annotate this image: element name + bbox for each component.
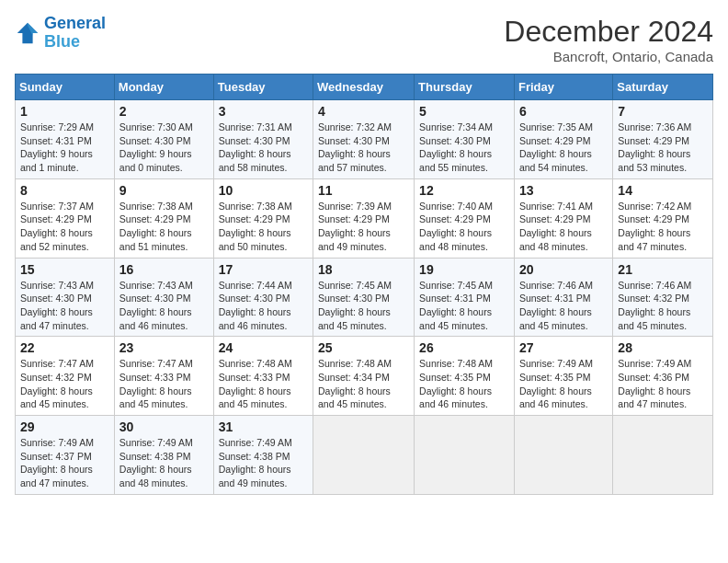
day-number: 19 — [419, 262, 509, 277]
weekday-header-cell: Tuesday — [213, 75, 313, 100]
day-number: 17 — [219, 262, 308, 277]
day-info: Sunrise: 7:46 AM Sunset: 4:32 PM Dayligh… — [618, 279, 708, 333]
day-number: 28 — [618, 340, 708, 355]
weekday-header-cell: Wednesday — [313, 75, 415, 100]
weekday-header-cell: Friday — [514, 75, 612, 100]
day-number: 30 — [119, 419, 209, 434]
weekday-header-cell: Sunday — [16, 75, 115, 100]
calendar-cell: 3Sunrise: 7:31 AM Sunset: 4:30 PM Daylig… — [213, 100, 313, 179]
title-block: December 2024 Bancroft, Ontario, Canada — [504, 15, 713, 64]
day-info: Sunrise: 7:49 AM Sunset: 4:35 PM Dayligh… — [519, 357, 608, 411]
day-number: 21 — [618, 262, 708, 277]
calendar-cell: 9Sunrise: 7:38 AM Sunset: 4:29 PM Daylig… — [114, 178, 213, 258]
calendar-cell: 23Sunrise: 7:47 AM Sunset: 4:33 PM Dayli… — [114, 337, 213, 416]
calendar-cell: 5Sunrise: 7:34 AM Sunset: 4:30 PM Daylig… — [415, 100, 515, 179]
calendar-cell: 14Sunrise: 7:42 AM Sunset: 4:29 PM Dayli… — [613, 178, 713, 258]
day-info: Sunrise: 7:36 AM Sunset: 4:29 PM Dayligh… — [618, 121, 708, 175]
day-info: Sunrise: 7:47 AM Sunset: 4:33 PM Dayligh… — [119, 357, 209, 411]
calendar-cell: 4Sunrise: 7:32 AM Sunset: 4:30 PM Daylig… — [313, 100, 415, 179]
weekday-header-row: SundayMondayTuesdayWednesdayThursdayFrid… — [16, 75, 713, 100]
calendar-cell — [415, 416, 515, 495]
calendar-cell: 13Sunrise: 7:41 AM Sunset: 4:29 PM Dayli… — [514, 178, 612, 258]
calendar-cell: 28Sunrise: 7:49 AM Sunset: 4:36 PM Dayli… — [613, 337, 713, 416]
day-number: 20 — [519, 262, 608, 277]
day-number: 13 — [519, 183, 608, 198]
day-info: Sunrise: 7:34 AM Sunset: 4:30 PM Dayligh… — [419, 121, 509, 175]
calendar-cell: 21Sunrise: 7:46 AM Sunset: 4:32 PM Dayli… — [613, 258, 713, 337]
day-info: Sunrise: 7:43 AM Sunset: 4:30 PM Dayligh… — [20, 279, 109, 333]
day-info: Sunrise: 7:45 AM Sunset: 4:30 PM Dayligh… — [318, 279, 409, 333]
day-number: 7 — [618, 104, 708, 119]
calendar-cell: 17Sunrise: 7:44 AM Sunset: 4:30 PM Dayli… — [213, 258, 313, 337]
logo-line1: General — [44, 14, 106, 32]
day-info: Sunrise: 7:41 AM Sunset: 4:29 PM Dayligh… — [519, 200, 608, 254]
day-number: 6 — [519, 104, 608, 119]
day-number: 2 — [119, 104, 209, 119]
day-info: Sunrise: 7:44 AM Sunset: 4:30 PM Dayligh… — [219, 279, 308, 333]
calendar-cell: 16Sunrise: 7:43 AM Sunset: 4:30 PM Dayli… — [114, 258, 213, 337]
calendar-cell: 7Sunrise: 7:36 AM Sunset: 4:29 PM Daylig… — [613, 100, 713, 179]
day-number: 5 — [419, 104, 509, 119]
calendar-cell: 30Sunrise: 7:49 AM Sunset: 4:38 PM Dayli… — [114, 416, 213, 495]
day-info: Sunrise: 7:48 AM Sunset: 4:34 PM Dayligh… — [318, 357, 409, 411]
day-number: 18 — [318, 262, 409, 277]
day-info: Sunrise: 7:43 AM Sunset: 4:30 PM Dayligh… — [119, 279, 209, 333]
weekday-header-cell: Monday — [114, 75, 213, 100]
day-number: 23 — [119, 340, 209, 355]
day-info: Sunrise: 7:30 AM Sunset: 4:30 PM Dayligh… — [119, 121, 209, 175]
day-number: 11 — [318, 183, 409, 198]
calendar-body: 1Sunrise: 7:29 AM Sunset: 4:31 PM Daylig… — [16, 100, 713, 495]
calendar-cell: 15Sunrise: 7:43 AM Sunset: 4:30 PM Dayli… — [16, 258, 115, 337]
day-info: Sunrise: 7:49 AM Sunset: 4:36 PM Dayligh… — [618, 357, 708, 411]
day-info: Sunrise: 7:35 AM Sunset: 4:29 PM Dayligh… — [519, 121, 608, 175]
day-info: Sunrise: 7:38 AM Sunset: 4:29 PM Dayligh… — [219, 200, 308, 254]
day-number: 9 — [119, 183, 209, 198]
calendar-cell: 10Sunrise: 7:38 AM Sunset: 4:29 PM Dayli… — [213, 178, 313, 258]
day-info: Sunrise: 7:47 AM Sunset: 4:32 PM Dayligh… — [20, 357, 109, 411]
day-number: 31 — [219, 419, 308, 434]
day-number: 8 — [20, 183, 109, 198]
calendar-cell: 24Sunrise: 7:48 AM Sunset: 4:33 PM Dayli… — [213, 337, 313, 416]
day-number: 4 — [318, 104, 409, 119]
calendar-cell: 31Sunrise: 7:49 AM Sunset: 4:38 PM Dayli… — [213, 416, 313, 495]
day-info: Sunrise: 7:32 AM Sunset: 4:30 PM Dayligh… — [318, 121, 409, 175]
page-header: General Blue December 2024 Bancroft, Ont… — [15, 15, 713, 64]
calendar-week-row: 1Sunrise: 7:29 AM Sunset: 4:31 PM Daylig… — [16, 100, 713, 179]
calendar-cell: 19Sunrise: 7:45 AM Sunset: 4:31 PM Dayli… — [415, 258, 515, 337]
day-number: 22 — [20, 340, 109, 355]
calendar-cell: 20Sunrise: 7:46 AM Sunset: 4:31 PM Dayli… — [514, 258, 612, 337]
calendar-title: December 2024 — [504, 15, 713, 49]
calendar-cell: 11Sunrise: 7:39 AM Sunset: 4:29 PM Dayli… — [313, 178, 415, 258]
calendar-week-row: 8Sunrise: 7:37 AM Sunset: 4:29 PM Daylig… — [16, 178, 713, 258]
day-number: 1 — [20, 104, 109, 119]
weekday-header-cell: Thursday — [415, 75, 515, 100]
day-number: 26 — [419, 340, 509, 355]
calendar-cell: 29Sunrise: 7:49 AM Sunset: 4:37 PM Dayli… — [16, 416, 115, 495]
day-number: 10 — [219, 183, 308, 198]
day-number: 25 — [318, 340, 409, 355]
calendar-subtitle: Bancroft, Ontario, Canada — [504, 49, 713, 64]
calendar-cell: 26Sunrise: 7:48 AM Sunset: 4:35 PM Dayli… — [415, 337, 515, 416]
calendar-cell — [613, 416, 713, 495]
calendar-cell: 6Sunrise: 7:35 AM Sunset: 4:29 PM Daylig… — [514, 100, 612, 179]
day-info: Sunrise: 7:37 AM Sunset: 4:29 PM Dayligh… — [20, 200, 109, 254]
logo-icon — [15, 20, 40, 46]
calendar-cell: 2Sunrise: 7:30 AM Sunset: 4:30 PM Daylig… — [114, 100, 213, 179]
day-info: Sunrise: 7:31 AM Sunset: 4:30 PM Dayligh… — [219, 121, 308, 175]
calendar-cell: 25Sunrise: 7:48 AM Sunset: 4:34 PM Dayli… — [313, 337, 415, 416]
day-info: Sunrise: 7:48 AM Sunset: 4:33 PM Dayligh… — [219, 357, 308, 411]
calendar-cell — [313, 416, 415, 495]
day-info: Sunrise: 7:45 AM Sunset: 4:31 PM Dayligh… — [419, 279, 509, 333]
day-info: Sunrise: 7:29 AM Sunset: 4:31 PM Dayligh… — [20, 121, 109, 175]
day-info: Sunrise: 7:49 AM Sunset: 4:38 PM Dayligh… — [219, 436, 308, 490]
day-info: Sunrise: 7:38 AM Sunset: 4:29 PM Dayligh… — [119, 200, 209, 254]
calendar-table: SundayMondayTuesdayWednesdayThursdayFrid… — [15, 74, 713, 495]
day-info: Sunrise: 7:49 AM Sunset: 4:37 PM Dayligh… — [20, 436, 109, 490]
calendar-week-row: 15Sunrise: 7:43 AM Sunset: 4:30 PM Dayli… — [16, 258, 713, 337]
day-number: 3 — [219, 104, 308, 119]
day-number: 14 — [618, 183, 708, 198]
calendar-week-row: 22Sunrise: 7:47 AM Sunset: 4:32 PM Dayli… — [16, 337, 713, 416]
day-number: 27 — [519, 340, 608, 355]
logo-line2: Blue — [44, 32, 80, 51]
day-number: 16 — [119, 262, 209, 277]
